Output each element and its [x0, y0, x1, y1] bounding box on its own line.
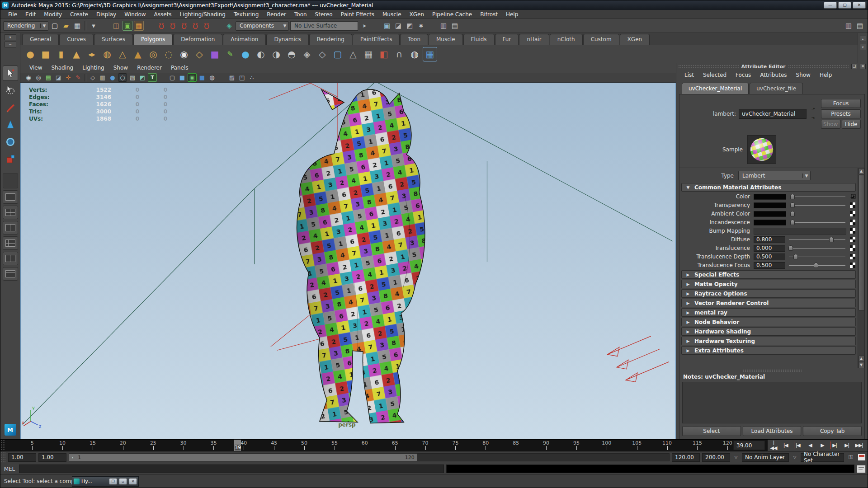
ae-footer-button[interactable]: Select — [682, 426, 741, 436]
material-type-dropdown[interactable]: Lambert ▼ — [738, 171, 811, 180]
shelf-tab-menu-icon[interactable]: ▾ — [5, 34, 16, 40]
divider6[interactable] — [427, 21, 437, 31]
wireframe-icon[interactable]: ▢ — [168, 73, 177, 82]
shelf-polyCone-icon[interactable]: ▲ — [69, 47, 84, 61]
shelf-checker-material-icon[interactable]: ◍ — [407, 47, 422, 61]
map-texture-icon[interactable] — [849, 253, 856, 260]
shelf-polyPlatonic-icon[interactable]: ◇ — [192, 47, 207, 61]
current-frame-marker[interactable]: 39 — [234, 440, 241, 451]
2d-pan-zoom-icon[interactable]: ✛ — [64, 73, 73, 82]
hotbox-icon[interactable]: ▤ — [855, 21, 865, 31]
hide-button[interactable]: Hide — [842, 120, 861, 129]
shelf-uv-texture-icon[interactable]: ▦ — [423, 47, 437, 61]
two-pane-layout-button[interactable] — [3, 221, 18, 235]
map-texture-icon[interactable] — [849, 211, 856, 217]
translucence-focus-field[interactable]: 0.500 — [754, 262, 785, 269]
script-editor-icon[interactable] — [857, 465, 866, 473]
restore-window-icon[interactable]: ❐ — [109, 478, 117, 485]
swap-input-icon[interactable]: ⬏ — [809, 107, 817, 113]
single-pane-layout-button[interactable] — [3, 190, 18, 204]
menu-item[interactable]: Render — [263, 10, 290, 19]
command-input-field[interactable] — [19, 465, 444, 473]
open-scene-icon[interactable]: ▰ — [61, 21, 71, 31]
shelf-quadrangulate-icon[interactable]: ▦ — [361, 47, 376, 61]
close-window-icon[interactable]: ✕ — [129, 478, 137, 485]
close-panel-icon[interactable]: ✕ — [860, 64, 866, 69]
color-swatch[interactable] — [754, 194, 786, 200]
shelf-tab[interactable]: Polygons — [133, 34, 173, 45]
map-texture-icon[interactable] — [849, 245, 856, 251]
minimize-button[interactable]: — — [824, 2, 837, 9]
shelf-tab[interactable]: Fur — [495, 34, 519, 45]
diffuse-slider[interactable] — [789, 236, 845, 243]
menu-item[interactable]: Edit — [21, 10, 40, 19]
snap-to-view-plane-icon[interactable]: Ω — [202, 21, 212, 31]
divider3[interactable] — [145, 21, 155, 31]
shelf-createPolygon-icon[interactable]: ✎ — [223, 47, 237, 61]
animation-end-field[interactable]: 200.00 — [702, 453, 730, 462]
transparency-swatch[interactable] — [754, 202, 786, 208]
mapped-connection-icon[interactable] — [849, 193, 856, 200]
range-slider-grip[interactable] — [0, 451, 6, 463]
transparency-slider[interactable] — [790, 202, 845, 208]
divider4[interactable] — [213, 21, 223, 31]
go-to-start-button[interactable]: |◀◀ — [768, 440, 779, 450]
collapsed-section-header[interactable]: ▶ Special Effects — [681, 270, 856, 279]
menu-item[interactable]: Modify — [40, 10, 66, 19]
panel-drag-texture[interactable] — [678, 65, 739, 68]
isolate-select-icon[interactable]: ◰ — [237, 73, 246, 82]
chevron-down-icon[interactable]: ▽ — [732, 455, 740, 460]
notes-textarea[interactable] — [682, 382, 862, 423]
playback-start-field[interactable]: 1.00 — [38, 453, 66, 462]
shelf-separate-icon[interactable]: ◇ — [315, 47, 330, 61]
render-view-icon[interactable]: ▣ — [382, 21, 392, 31]
shelf-expand-icon[interactable]: ▾ — [860, 44, 866, 50]
save-scene-icon[interactable]: ▦ — [72, 21, 82, 31]
four-pane-layout-button[interactable] — [3, 206, 18, 219]
resolution-gate-icon[interactable]: ▥ — [98, 73, 107, 82]
panel-menu-item[interactable]: Renderer — [132, 64, 166, 72]
panel-menu-item[interactable]: Panels — [166, 64, 193, 72]
maximize-button[interactable]: ▢ — [838, 2, 851, 9]
ma ximize-window-icon[interactable]: ▫ — [119, 478, 127, 485]
play-backwards-button[interactable]: ◀ — [804, 440, 816, 450]
shaded-icon[interactable]: ■ — [178, 73, 187, 82]
grease-pencil-icon[interactable]: ✎ — [74, 73, 83, 82]
selection-mode-dropdown[interactable]: Components ▼ — [236, 21, 289, 31]
shelf-menu-icon[interactable]: ≡ — [5, 42, 16, 47]
swap-output-icon[interactable]: ⬎ — [809, 115, 817, 121]
shelf-tab[interactable]: nHair — [519, 34, 549, 45]
menu-item[interactable]: File — [4, 10, 21, 19]
menu-item[interactable]: XGen — [406, 10, 429, 19]
lasso-tool[interactable] — [3, 83, 18, 98]
shelf-boolean-intersect-icon[interactable]: ◓ — [284, 47, 299, 61]
shelf-tab[interactable]: Custom — [583, 34, 619, 45]
xray-icon[interactable]: ▨ — [227, 73, 236, 82]
camera-attributes-icon[interactable]: ◎ — [34, 73, 43, 82]
ae-menu-item[interactable]: Attributes — [755, 71, 791, 79]
paint-select-tool[interactable] — [3, 100, 18, 115]
translucence-slider[interactable] — [789, 245, 845, 251]
sidebar-toggle-icon[interactable]: ▥ — [439, 21, 448, 31]
shelf-tab[interactable]: Fluids — [463, 34, 495, 45]
select-camera-icon[interactable]: ◉ — [24, 73, 33, 82]
collapsed-section-header[interactable]: ▶ Vector Renderer Control — [681, 299, 856, 307]
menu-item[interactable]: Help — [502, 10, 522, 19]
time-slider-track[interactable]: 5101520253035404550556065707580859095100… — [5, 440, 731, 451]
step-forward-key-button[interactable]: ▶| — [829, 440, 840, 450]
ae-scrollbar[interactable]: ▲ ▲ ▼ — [858, 168, 864, 368]
character-set-field[interactable]: No Character Set — [801, 453, 844, 462]
shelf-tab[interactable]: Toon — [400, 34, 428, 45]
ambient-color-swatch[interactable] — [754, 211, 786, 217]
menu-set-dropdown[interactable]: Rendering ▼ — [3, 21, 48, 31]
ipr-render-icon[interactable]: ◩ — [405, 21, 415, 31]
ae-menu-item[interactable]: Help — [815, 71, 836, 79]
translucence-field[interactable]: 0.000 — [754, 245, 785, 252]
input-connections-icon[interactable]: ➤ — [359, 21, 369, 31]
shelf-tab[interactable]: Dynamics — [266, 34, 308, 45]
node-name-field[interactable]: uvChecker_Material — [739, 109, 807, 119]
gate-mask-icon[interactable]: ● — [108, 73, 117, 82]
show-button[interactable]: Show — [821, 120, 840, 129]
snap-to-grid-icon[interactable]: Ω — [156, 21, 166, 31]
show-hide-ui-icon[interactable]: ▥ — [844, 21, 854, 31]
